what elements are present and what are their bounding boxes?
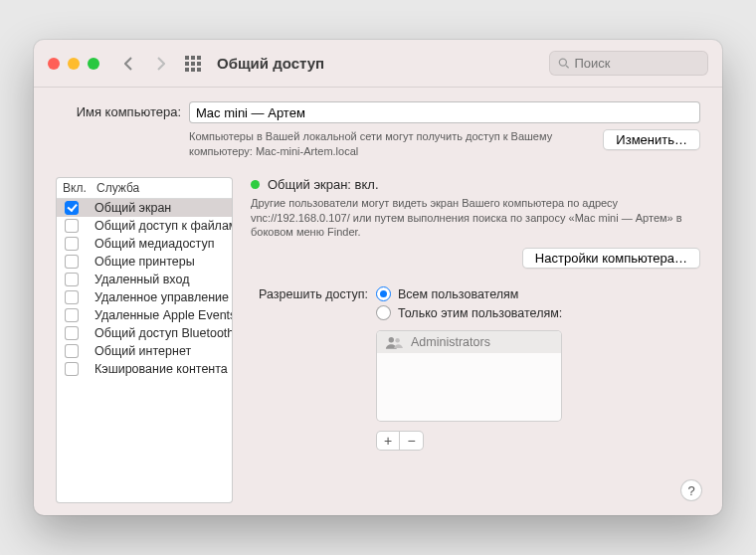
service-label: Общий доступ Bluetooth (94, 326, 232, 340)
service-label: Общий доступ к файлам (94, 219, 232, 233)
status-text: Общий экран: вкл. (268, 177, 379, 192)
service-checkbox[interactable] (65, 219, 79, 233)
add-remove-buttons: + − (376, 431, 562, 451)
service-row[interactable]: Общий доступ к файлам (57, 217, 232, 235)
radio-button-icon (376, 286, 391, 301)
status-row: Общий экран: вкл. (251, 177, 700, 192)
minimize-window-button[interactable] (68, 58, 80, 70)
service-label: Удаленный вход (94, 273, 189, 286)
radio-button-icon (376, 305, 391, 320)
user-name: Administrators (411, 335, 490, 349)
back-button[interactable] (117, 50, 139, 78)
computer-name-input[interactable] (189, 101, 700, 123)
radio-all-users[interactable]: Всем пользователям (376, 286, 562, 301)
service-row[interactable]: Удаленные Apple Events (57, 306, 232, 324)
close-window-button[interactable] (48, 58, 60, 70)
service-checkbox[interactable] (65, 326, 79, 340)
header-service: Служба (96, 181, 226, 195)
chevron-right-icon (156, 57, 165, 71)
service-row[interactable]: Удаленный вход (57, 271, 232, 288)
computer-settings-button[interactable]: Настройки компьютера… (522, 248, 700, 269)
service-row[interactable]: Общие принтеры (57, 253, 232, 271)
access-section: Разрешить доступ: Всем пользователям Тол… (251, 286, 700, 451)
service-label: Общий экран (94, 201, 171, 215)
window-controls (48, 58, 99, 70)
show-all-icon[interactable] (185, 56, 201, 72)
service-checkbox[interactable] (65, 237, 79, 251)
services-list: Вкл. Служба Общий экранОбщий доступ к фа… (56, 177, 233, 503)
users-list[interactable]: Administrators (376, 330, 562, 422)
radio-all-label: Всем пользователям (398, 287, 518, 301)
service-checkbox[interactable] (65, 273, 79, 286)
computer-name-note: Компьютеры в Вашей локальной сети могут … (189, 129, 557, 159)
remove-user-button[interactable]: − (400, 431, 424, 451)
window-title: Общий доступ (217, 55, 324, 72)
service-row[interactable]: Удаленное управление (57, 288, 232, 306)
services-header: Вкл. Служба (57, 178, 232, 199)
service-label: Удаленное управление (94, 290, 229, 304)
help-button[interactable]: ? (680, 479, 702, 501)
user-row[interactable]: Administrators (377, 331, 561, 353)
service-row[interactable]: Общий интернет (57, 342, 232, 360)
edit-button[interactable]: Изменить… (603, 129, 700, 150)
status-indicator-icon (251, 180, 260, 189)
service-row[interactable]: Кэширование контента (57, 360, 232, 378)
service-row[interactable]: Общий экран (57, 199, 232, 217)
add-user-button[interactable]: + (376, 431, 400, 451)
detail-pane: Общий экран: вкл. Другие пользователи мо… (251, 177, 700, 503)
chevron-left-icon (124, 57, 133, 71)
service-label: Удаленные Apple Events (94, 308, 232, 322)
service-row[interactable]: Общий медиадоступ (57, 235, 232, 253)
titlebar: Общий доступ (34, 40, 722, 88)
search-icon (558, 57, 569, 70)
svg-point-0 (559, 59, 566, 66)
svg-line-1 (566, 66, 569, 69)
computer-name-section: Имя компьютера: Компьютеры в Вашей локал… (56, 101, 700, 159)
search-field[interactable] (549, 51, 708, 76)
access-label: Разрешить доступ: (251, 286, 368, 451)
service-checkbox[interactable] (65, 201, 79, 215)
radio-only-users[interactable]: Только этим пользователям: (376, 305, 562, 320)
svg-point-3 (395, 338, 400, 343)
radio-only-label: Только этим пользователям: (398, 306, 562, 320)
service-checkbox[interactable] (65, 308, 79, 322)
content-area: Имя компьютера: Компьютеры в Вашей локал… (34, 88, 722, 515)
service-label: Общий медиадоступ (94, 237, 214, 251)
forward-button[interactable] (149, 50, 171, 78)
service-checkbox[interactable] (65, 290, 79, 304)
service-row[interactable]: Общий доступ Bluetooth (57, 324, 232, 342)
service-label: Кэширование контента (94, 362, 228, 376)
preferences-window: Общий доступ Имя компьютера: Компьютеры … (34, 40, 722, 515)
service-checkbox[interactable] (65, 362, 79, 376)
users-group-icon (385, 336, 403, 349)
search-input[interactable] (574, 56, 699, 71)
status-description: Другие пользователи могут видеть экран В… (251, 196, 700, 241)
service-checkbox[interactable] (65, 255, 79, 269)
zoom-window-button[interactable] (88, 58, 99, 70)
computer-name-label: Имя компьютера: (74, 101, 181, 119)
header-on: Вкл. (63, 181, 96, 195)
service-checkbox[interactable] (65, 344, 79, 358)
svg-point-2 (389, 337, 394, 342)
service-label: Общий интернет (94, 344, 191, 358)
service-label: Общие принтеры (94, 255, 195, 269)
